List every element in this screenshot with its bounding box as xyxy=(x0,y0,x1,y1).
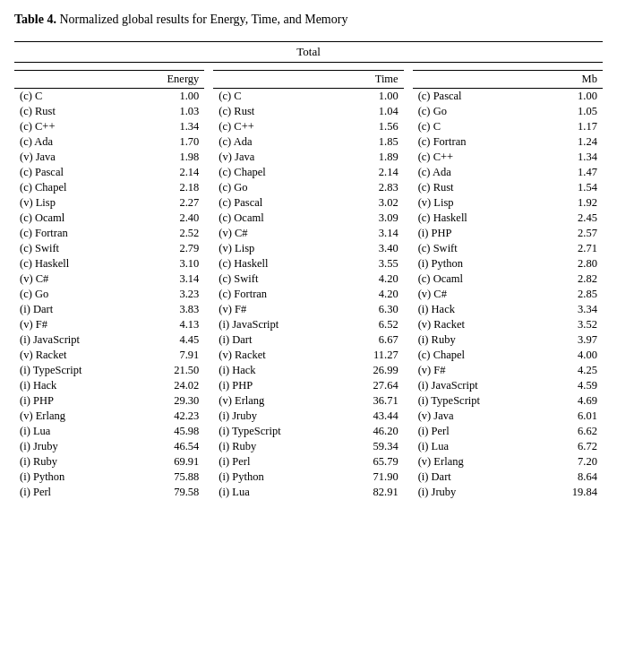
time-val-cell: 46.20 xyxy=(341,424,404,439)
time-lang-cell: (c) Ada xyxy=(213,134,340,150)
table-row: (c) Swift2.79 xyxy=(14,241,204,256)
memory-lang-cell: (v) Racket xyxy=(413,317,540,332)
energy-val-cell: 2.14 xyxy=(134,165,205,180)
time-val-cell: 26.99 xyxy=(341,363,404,378)
time-lang-cell: (c) Chapel xyxy=(213,165,340,180)
energy-lang-cell: (c) Go xyxy=(14,287,134,302)
table-row: (v) Java6.01 xyxy=(413,409,603,424)
table-row: (c) Haskell2.45 xyxy=(413,211,603,226)
memory-lang-cell: (c) Chapel xyxy=(413,348,540,363)
energy-lang-cell: (v) Erlang xyxy=(14,409,134,424)
time-lang-cell: (c) Ocaml xyxy=(213,211,340,226)
energy-val-cell: 24.02 xyxy=(134,378,205,393)
memory-val-cell: 2.45 xyxy=(540,211,603,226)
table-row: (v) Lisp3.40 xyxy=(213,241,403,256)
time-lang-cell: (v) Java xyxy=(213,150,340,165)
table-row: (i) Perl6.62 xyxy=(413,424,603,439)
memory-val-cell: 2.85 xyxy=(540,287,603,302)
table-row: (c) C++1.34 xyxy=(14,119,204,134)
energy-lang-cell: (v) Java xyxy=(14,150,134,165)
time-val-cell: 3.14 xyxy=(341,226,404,241)
energy-val-cell: 1.70 xyxy=(134,134,205,150)
table-row: (i) TypeScript21.50 xyxy=(14,363,204,378)
time-val-cell: 2.83 xyxy=(341,180,404,195)
table-row: (c) Ocaml2.40 xyxy=(14,211,204,226)
energy-val-cell: 4.45 xyxy=(134,332,205,348)
energy-val-cell: 75.88 xyxy=(134,470,205,485)
energy-val-cell: 1.34 xyxy=(134,119,205,134)
table-row: (i) Jruby43.44 xyxy=(213,409,403,424)
memory-val-cell: 1.92 xyxy=(540,195,603,211)
memory-lang-cell: (v) Erlang xyxy=(413,454,540,470)
memory-val-cell: 1.00 xyxy=(540,88,603,104)
energy-lang-cell: (v) F# xyxy=(14,317,134,332)
time-val-cell: 2.14 xyxy=(341,165,404,180)
energy-lang-cell: (c) Swift xyxy=(14,241,134,256)
memory-lang-cell: (c) Ada xyxy=(413,165,540,180)
energy-lang-cell: (i) Dart xyxy=(14,302,134,317)
memory-lang-cell: (i) Lua xyxy=(413,439,540,454)
time-lang-cell: (c) Swift xyxy=(213,271,340,287)
memory-val-cell: 4.69 xyxy=(540,393,603,409)
table-row: (v) Erlang36.71 xyxy=(213,393,403,409)
table-row: (c) Swift4.20 xyxy=(213,271,403,287)
energy-val-cell: 45.98 xyxy=(134,424,205,439)
time-val-cell: 1.00 xyxy=(341,88,404,104)
memory-val-cell: 3.34 xyxy=(540,302,603,317)
title-bold: Table 4. xyxy=(14,13,56,26)
time-val-cell: 6.30 xyxy=(341,302,404,317)
energy-lang-cell: (c) Rust xyxy=(14,104,134,119)
memory-lang-cell: (c) C++ xyxy=(413,150,540,165)
table-row: (i) Jruby46.54 xyxy=(14,439,204,454)
table-row: (c) C++1.34 xyxy=(413,150,603,165)
memory-val-cell: 19.84 xyxy=(540,485,603,500)
memory-val-cell: 6.62 xyxy=(540,424,603,439)
table-row: (c) Pascal2.14 xyxy=(14,165,204,180)
memory-val-cell: 6.72 xyxy=(540,439,603,454)
memory-val-cell: 6.01 xyxy=(540,409,603,424)
memory-val-cell: 1.34 xyxy=(540,150,603,165)
table-row: (i) Python75.88 xyxy=(14,470,204,485)
memory-lang-cell: (i) PHP xyxy=(413,226,540,241)
table-row: (c) Go2.83 xyxy=(213,180,403,195)
time-val-cell: 4.20 xyxy=(341,271,404,287)
table-row: (v) F#6.30 xyxy=(213,302,403,317)
time-lang-cell: (i) Lua xyxy=(213,485,340,500)
time-val-cell: 65.79 xyxy=(341,454,404,470)
table-row: (v) F#4.25 xyxy=(413,363,603,378)
table-row: (i) JavaScript6.52 xyxy=(213,317,403,332)
memory-lang-cell: (i) Hack xyxy=(413,302,540,317)
table-row: (i) Ruby3.97 xyxy=(413,332,603,348)
table-row: (v) Racket3.52 xyxy=(413,317,603,332)
energy-col-lang-header xyxy=(14,70,134,88)
time-val-cell: 59.34 xyxy=(341,439,404,454)
energy-val-cell: 2.40 xyxy=(134,211,205,226)
energy-val-cell: 79.58 xyxy=(134,485,205,500)
table-row: (c) Ocaml3.09 xyxy=(213,211,403,226)
energy-lang-cell: (i) JavaScript xyxy=(14,332,134,348)
energy-val-cell: 4.13 xyxy=(134,317,205,332)
table-row: (c) C1.17 xyxy=(413,119,603,134)
memory-lang-cell: (i) TypeScript xyxy=(413,393,540,409)
energy-lang-cell: (c) C++ xyxy=(14,119,134,134)
time-val-cell: 4.20 xyxy=(341,287,404,302)
time-table: Time (c) C1.00(c) Rust1.04(c) C++1.56(c)… xyxy=(213,70,403,500)
time-val-cell: 1.56 xyxy=(341,119,404,134)
energy-lang-cell: (c) Fortran xyxy=(14,226,134,241)
time-val-cell: 71.90 xyxy=(341,470,404,485)
memory-lang-cell: (i) Perl xyxy=(413,424,540,439)
time-lang-cell: (v) C# xyxy=(213,226,340,241)
memory-lang-cell: (c) C xyxy=(413,119,540,134)
memory-lang-cell: (c) Rust xyxy=(413,180,540,195)
energy-val-cell: 29.30 xyxy=(134,393,205,409)
time-lang-cell: (c) Pascal xyxy=(213,195,340,211)
time-lang-cell: (i) Jruby xyxy=(213,409,340,424)
total-header: Total xyxy=(14,41,603,63)
memory-lang-cell: (c) Pascal xyxy=(413,88,540,104)
memory-val-cell: 3.97 xyxy=(540,332,603,348)
table-row: (i) Ruby69.91 xyxy=(14,454,204,470)
table-row: (c) Haskell3.55 xyxy=(213,256,403,271)
table-row: (c) Ada1.85 xyxy=(213,134,403,150)
energy-lang-cell: (c) Haskell xyxy=(14,256,134,271)
time-val-cell: 6.67 xyxy=(341,332,404,348)
